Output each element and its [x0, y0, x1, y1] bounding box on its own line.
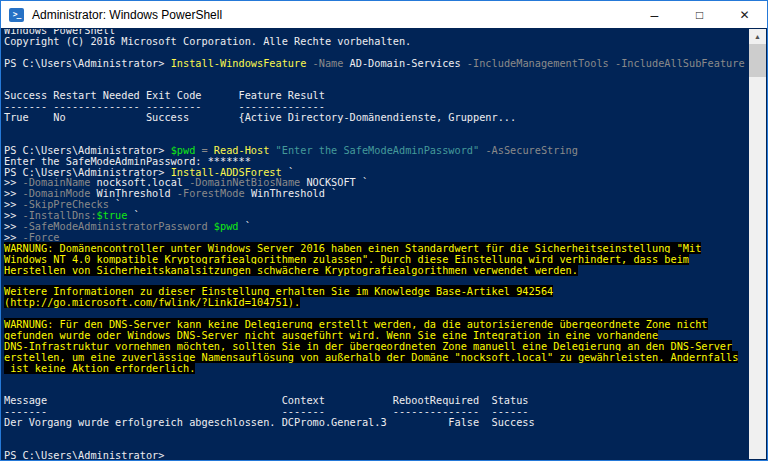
terminal-line: [2, 123, 749, 134]
scrollbar[interactable]: ▲: [749, 29, 766, 459]
terminal[interactable]: Windows PowerShellCopyright (C) 2016 Mic…: [2, 29, 766, 459]
terminal-line: [2, 374, 749, 385]
powershell-icon: >_: [9, 8, 24, 22]
scrollbar-thumb[interactable]: [749, 44, 766, 77]
minimize-button[interactable]: –: [632, 1, 677, 28]
window-title: Administrator: Windows PowerShell: [32, 8, 222, 22]
terminal-line: Windows NT 4.0 kompatible Kryptografieal…: [2, 254, 749, 265]
titlebar[interactable]: >_ Administrator: Windows PowerShell – □…: [1, 1, 767, 28]
terminal-line: PS C:\Users\Administrator> _: [2, 450, 749, 459]
terminal-line: True No Success {Active Directory-Domäne…: [2, 112, 749, 123]
terminal-line: [2, 428, 749, 439]
terminal-line: PS C:\Users\Administrator> Install-Windo…: [2, 58, 749, 69]
terminal-line: Copyright (C) 2016 Microsoft Corporation…: [2, 36, 749, 47]
powershell-window: >_ Administrator: Windows PowerShell – □…: [0, 0, 768, 461]
terminal-text: Windows PowerShellCopyright (C) 2016 Mic…: [2, 29, 749, 459]
terminal-line: >> -SafeModeAdministratorPassword $pwd `: [2, 221, 749, 232]
maximize-button[interactable]: □: [677, 1, 722, 28]
terminal-line: Der Vorgang wurde erfolgreich abgeschlos…: [2, 417, 749, 428]
terminal-line: [2, 69, 749, 80]
close-button[interactable]: ✕: [722, 1, 767, 28]
scroll-up-icon[interactable]: ▲: [749, 29, 766, 44]
terminal-line: (http://go.microsoft.com/fwlink/?LinkId=…: [2, 297, 749, 308]
terminal-line: erstellen, um eine zuverlässige Namensau…: [2, 352, 749, 363]
terminal-line: Herstellen von Sicherheitskanalsitzungen…: [2, 265, 749, 276]
terminal-line: ist keine Aktion erforderlich.: [2, 363, 749, 374]
window-controls: – □ ✕: [632, 1, 767, 28]
